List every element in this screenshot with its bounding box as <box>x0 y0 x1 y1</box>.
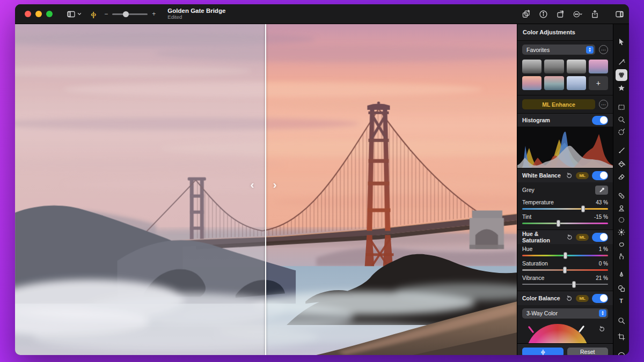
desktop-background: ‹|› − + Golden Gate Bridge Edited <box>0 0 644 362</box>
footer-reset-button[interactable]: Reset <box>567 348 609 356</box>
refine-edge-icon <box>618 128 625 136</box>
grey-label: Grey <box>522 187 535 193</box>
tool-pen[interactable] <box>616 269 627 281</box>
tool-adjust-colors[interactable] <box>616 69 627 81</box>
color-wheel-white-tick <box>579 326 585 333</box>
presets-dropdown[interactable]: Favorites ▲▼ <box>522 45 595 55</box>
ml-enhance-more-button[interactable]: ⋯ <box>599 100 608 109</box>
bucket-icon <box>618 160 625 168</box>
color-wheel-reset-icon[interactable] <box>598 326 605 333</box>
minimize-button[interactable] <box>35 11 42 17</box>
copy-adjustments-icon <box>522 10 531 19</box>
finger-icon <box>618 253 625 260</box>
preset-thumbnail[interactable] <box>522 76 541 90</box>
grey-eyedropper-button[interactable] <box>595 186 608 195</box>
close-button[interactable] <box>25 11 31 17</box>
presets-more-button[interactable]: ⋯ <box>599 45 608 54</box>
hue-saturation-toggle[interactable] <box>592 233 608 242</box>
tool-clone-stamp[interactable] <box>616 202 627 214</box>
dropdown-chevrons-icon: ▲▼ <box>586 46 594 54</box>
tint-slider-thumb[interactable] <box>557 220 560 227</box>
preset-thumbnail[interactable] <box>567 76 586 90</box>
vibrance-slider-thumb[interactable] <box>572 281 576 288</box>
vibrance-slider[interactable] <box>522 284 608 285</box>
color-balance-ml-badge[interactable]: ML <box>576 295 589 302</box>
copy-adjustments-button[interactable] <box>522 8 531 20</box>
tool-crop[interactable] <box>616 331 627 343</box>
color-wheel-zone <box>517 321 613 343</box>
saturation-slider-row: Saturation 0 % <box>517 258 613 273</box>
tool-select-wand[interactable] <box>616 56 627 68</box>
white-balance-toggle[interactable] <box>592 171 608 180</box>
tool-grain[interactable] <box>616 214 627 226</box>
pointer-icon <box>618 38 625 46</box>
tool-text[interactable]: T <box>616 295 627 307</box>
share-button[interactable] <box>590 8 599 20</box>
tool-fill-bucket[interactable] <box>616 158 627 170</box>
hue-saturation-ml-badge[interactable]: ML <box>576 234 589 241</box>
color-wheel[interactable] <box>526 324 589 343</box>
sidebar-toggle-button[interactable] <box>67 8 76 20</box>
compare-right-arrow-icon[interactable]: › <box>273 178 276 191</box>
white-balance-label: White Balance <box>522 172 561 179</box>
tool-brush[interactable] <box>616 145 627 157</box>
saturation-slider[interactable] <box>522 269 608 271</box>
magnifier-icon <box>618 317 625 324</box>
tool-sharpen-sun[interactable] <box>616 226 627 238</box>
tool-shapes[interactable] <box>616 283 627 294</box>
preset-thumbnail[interactable] <box>589 60 608 73</box>
tool-refine-edge[interactable] <box>616 126 627 138</box>
tint-slider[interactable] <box>522 223 608 224</box>
preset-thumbnail[interactable] <box>544 60 564 73</box>
color-balance-dropdown[interactable]: 3-Way Color ▲▼ <box>522 308 608 319</box>
hue-slider-thumb[interactable] <box>564 252 567 259</box>
right-panel-toggle-button[interactable] <box>615 8 624 20</box>
hue-saturation-reset-icon[interactable] <box>566 234 573 241</box>
compare-left-arrow-icon[interactable]: ‹ <box>250 178 254 191</box>
compare-icon: ‹|› <box>91 10 96 18</box>
zoom-slider-knob[interactable] <box>123 11 129 17</box>
zoom-in-button[interactable]: + <box>152 10 156 18</box>
tool-favorite-star[interactable] <box>616 82 627 94</box>
more-options-button[interactable] <box>573 8 582 20</box>
temperature-slider-thumb[interactable] <box>581 205 585 212</box>
zoom-button[interactable] <box>46 11 53 17</box>
temperature-slider-row: Temperature 43 % <box>517 197 613 212</box>
add-preset-button[interactable]: + <box>589 76 608 90</box>
zoom-out-button[interactable]: − <box>104 10 108 18</box>
tool-more[interactable] <box>616 350 627 355</box>
tool-pointer[interactable] <box>616 36 627 48</box>
tool-quick-select[interactable] <box>616 114 627 125</box>
temperature-slider[interactable] <box>522 208 608 210</box>
white-balance-ml-badge[interactable]: ML <box>576 172 589 179</box>
preset-thumbnail[interactable] <box>522 60 541 73</box>
preset-thumbnail[interactable] <box>544 76 564 90</box>
sidebar-chevron-button[interactable] <box>77 8 82 20</box>
color-balance-toggle[interactable] <box>592 294 608 303</box>
white-balance-reset-icon[interactable] <box>566 172 573 179</box>
tool-zoom[interactable] <box>616 315 627 327</box>
saturation-slider-thumb[interactable] <box>563 267 567 274</box>
more-tools-icon <box>618 352 625 355</box>
color-balance-reset-icon[interactable] <box>566 295 573 302</box>
traffic-lights <box>25 11 57 17</box>
info-button[interactable] <box>539 8 548 20</box>
vibrance-value: 21 % <box>596 275 608 281</box>
ml-enhance-button[interactable]: ML Enhance <box>522 99 595 109</box>
rotate-icon <box>556 10 565 19</box>
tool-smudge[interactable] <box>616 239 627 250</box>
tool-warp-finger[interactable] <box>616 250 627 262</box>
toolbar-compare-button[interactable]: ‹|› <box>91 8 96 20</box>
rect-select-icon <box>618 104 625 111</box>
hue-slider[interactable] <box>522 255 608 256</box>
footer-compare-button[interactable]: ‹|› <box>522 348 564 356</box>
preset-thumbnail[interactable] <box>567 60 586 73</box>
compare-split-handle[interactable] <box>265 24 266 355</box>
tool-rect-select[interactable] <box>616 101 627 113</box>
rotate-button[interactable] <box>556 8 565 20</box>
share-icon <box>590 10 599 19</box>
tool-eraser[interactable] <box>616 171 627 183</box>
histogram-toggle[interactable] <box>592 116 608 125</box>
zoom-slider[interactable] <box>112 13 148 15</box>
tool-repair-bandaid[interactable] <box>616 190 627 202</box>
